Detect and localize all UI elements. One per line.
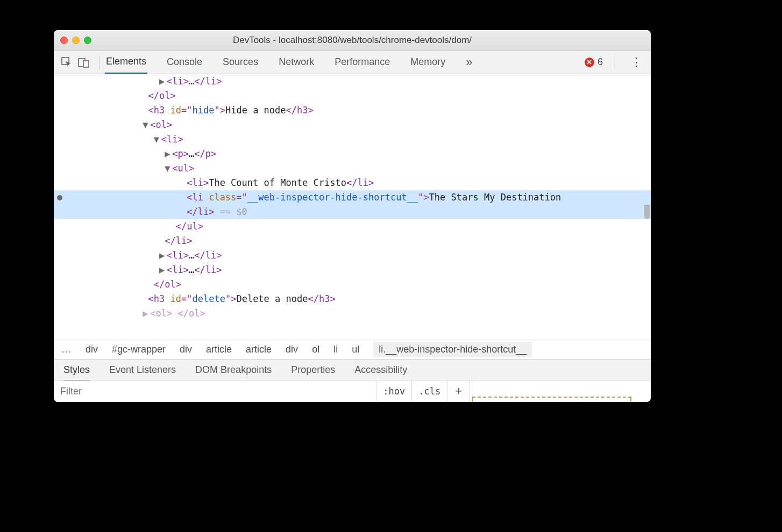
window-title: DevTools - localhost:8080/web/tools/chro… — [54, 35, 651, 46]
dom-row[interactable]: ▼<ul> — [54, 161, 651, 176]
zoom-icon[interactable] — [84, 37, 91, 44]
styles-toolbar: :hov .cls + — [54, 380, 651, 402]
svg-rect-2 — [83, 61, 89, 67]
tab-performance[interactable]: Performance — [333, 51, 391, 73]
sidetab-dom-breakpoints[interactable]: DOM Breakpoints — [195, 364, 272, 376]
dom-row-selected[interactable]: <li class="__web-inspector-hide-shortcut… — [54, 190, 651, 205]
tab-sources[interactable]: Sources — [222, 51, 259, 73]
cls-toggle[interactable]: .cls — [412, 380, 447, 402]
separator — [99, 55, 99, 69]
dom-row[interactable]: </li> — [54, 234, 651, 248]
dom-row[interactable]: </ul> — [54, 219, 651, 234]
dom-row[interactable]: <li>The Count of Monte Cristo</li> — [54, 176, 651, 190]
tab-network[interactable]: Network — [278, 51, 315, 73]
close-icon[interactable] — [60, 37, 68, 44]
breadcrumb-item[interactable]: div — [286, 344, 298, 355]
breadcrumb-item[interactable]: div — [86, 344, 98, 355]
sidetab-properties[interactable]: Properties — [291, 364, 335, 376]
breadcrumb[interactable]: … div #gc-wrapper div article article di… — [54, 340, 651, 359]
sidetab-accessibility[interactable]: Accessibility — [354, 364, 407, 376]
hov-toggle[interactable]: :hov — [376, 380, 412, 402]
new-style-rule-icon[interactable]: + — [447, 380, 470, 402]
breadcrumb-item[interactable]: li — [333, 344, 338, 355]
dom-row[interactable]: ▶<li>…</li> — [54, 74, 651, 89]
tabs-overflow-icon[interactable]: » — [465, 50, 473, 75]
dom-row[interactable]: ▼<li> — [54, 132, 651, 147]
tab-console[interactable]: Console — [166, 51, 203, 73]
error-icon: ✕ — [585, 57, 594, 67]
dom-row[interactable]: ▶<p>…</p> — [54, 147, 651, 161]
devtools-window: DevTools - localhost:8080/web/tools/chro… — [54, 30, 651, 402]
traffic-lights — [60, 37, 91, 44]
breadcrumb-item[interactable]: article — [206, 344, 232, 355]
dom-row[interactable]: ▶<ol> </ol> — [54, 306, 651, 321]
dom-row[interactable]: ▶<li>…</li> — [54, 263, 651, 277]
panel-tabs: Elements Console Sources Network Perform… — [105, 50, 585, 75]
sidetab-styles[interactable]: Styles — [63, 358, 90, 382]
dom-row[interactable]: <h3 id="hide">Hide a node</h3> — [54, 103, 651, 118]
main-toolbar: Elements Console Sources Network Perform… — [54, 51, 651, 74]
minimize-icon[interactable] — [72, 37, 80, 44]
device-toolbar-icon[interactable] — [76, 55, 91, 70]
sidebar-tabs: Styles Event Listeners DOM Breakpoints P… — [54, 359, 651, 380]
dom-row[interactable]: <h3 id="delete">Delete a node</h3> — [54, 292, 651, 306]
elements-dom-tree[interactable]: ▶<li>…</li> </ol> <h3 id="hide">Hide a n… — [54, 74, 651, 340]
settings-kebab-icon[interactable]: ⋮ — [627, 55, 645, 69]
breadcrumb-item[interactable]: div — [180, 344, 192, 355]
tab-elements[interactable]: Elements — [105, 51, 147, 74]
error-count-badge[interactable]: ✕ 6 — [585, 56, 603, 68]
hidden-node-dot-icon — [57, 195, 62, 200]
dom-row[interactable]: </ol> — [54, 277, 651, 292]
breadcrumb-item[interactable]: article — [246, 344, 272, 355]
breadcrumb-item-selected[interactable]: li.__web-inspector-hide-shortcut__ — [373, 342, 532, 357]
dom-row-selected[interactable]: </li> == $0 — [54, 205, 651, 219]
dom-row[interactable]: ▼<ol> — [54, 118, 651, 132]
breadcrumb-ellipsis[interactable]: … — [61, 344, 72, 355]
separator — [615, 55, 615, 69]
titlebar: DevTools - localhost:8080/web/tools/chro… — [54, 30, 651, 51]
error-count-value: 6 — [598, 56, 603, 68]
breadcrumb-item[interactable]: ol — [312, 344, 319, 355]
dom-row[interactable]: ▶<li>…</li> — [54, 248, 651, 263]
tab-memory[interactable]: Memory — [409, 51, 446, 73]
styles-filter-input[interactable] — [54, 380, 376, 402]
breadcrumb-item[interactable]: ul — [352, 344, 359, 355]
box-model-preview — [470, 380, 651, 402]
inspect-icon[interactable] — [59, 55, 74, 70]
dom-row[interactable]: </ol> — [54, 89, 651, 103]
breadcrumb-item[interactable]: #gc-wrapper — [112, 344, 166, 355]
margin-edge-icon — [472, 397, 631, 402]
sidetab-event-listeners[interactable]: Event Listeners — [109, 364, 176, 376]
